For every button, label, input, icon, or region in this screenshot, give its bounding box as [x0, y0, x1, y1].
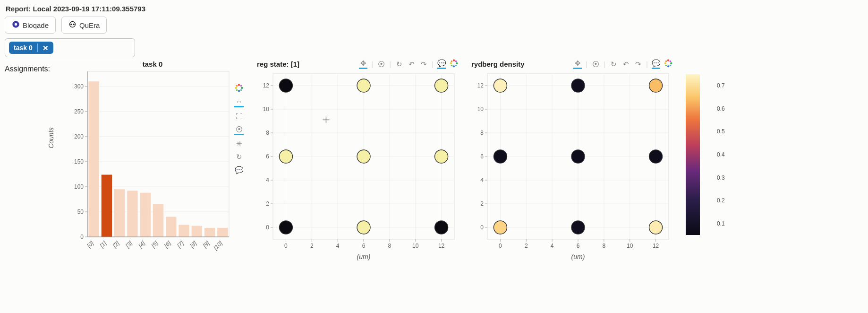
reset-icon[interactable]: ↻	[609, 60, 618, 69]
rydberg-plot-area[interactable]: 024681012024681012(um)	[469, 70, 672, 264]
svg-text:[5]: [5]	[150, 240, 160, 250]
svg-point-55	[240, 85, 242, 87]
svg-text:6: 6	[266, 153, 269, 160]
svg-text:300: 300	[74, 83, 84, 90]
svg-point-1	[15, 23, 17, 26]
svg-point-178	[571, 150, 585, 163]
svg-point-176	[649, 221, 663, 234]
svg-text:[9]: [9]	[201, 240, 211, 250]
wheel-zoom-icon[interactable]: ⦿	[377, 60, 385, 69]
svg-rect-28	[102, 174, 112, 237]
svg-point-112	[357, 221, 370, 234]
wheel-zoom-icon[interactable]: ⦿	[234, 124, 244, 135]
svg-point-179	[649, 150, 663, 163]
page-title: Report: Local 2023-09-19 17:11:09.355793	[6, 5, 863, 13]
svg-text:200: 200	[74, 133, 84, 140]
svg-point-52	[241, 87, 243, 89]
svg-point-122	[667, 60, 669, 61]
redo-icon[interactable]: ↷	[634, 60, 642, 69]
svg-text:50: 50	[77, 209, 84, 215]
task-selector[interactable]: task 0 ✕	[5, 38, 135, 57]
hover-icon[interactable]: 💬	[652, 59, 660, 69]
svg-point-114	[279, 150, 292, 163]
svg-text:12: 12	[477, 82, 484, 89]
task-tag-close-icon[interactable]: ✕	[38, 42, 53, 54]
colorbar-gradient	[686, 74, 700, 235]
hover-icon[interactable]: 💬	[234, 165, 244, 175]
svg-text:10: 10	[627, 243, 633, 249]
svg-text:0: 0	[480, 224, 484, 231]
svg-rect-32	[153, 204, 163, 237]
svg-point-175	[571, 221, 585, 234]
reset-icon[interactable]: ↻	[395, 60, 403, 69]
svg-point-111	[279, 221, 292, 234]
svg-point-56	[240, 89, 242, 91]
tap-icon[interactable]: ✳	[234, 139, 244, 148]
undo-icon[interactable]: ↶	[407, 60, 416, 69]
svg-text:10: 10	[263, 106, 270, 113]
svg-text:[6]: [6]	[162, 240, 172, 250]
svg-point-117	[279, 79, 292, 92]
histogram-title: task 0	[61, 60, 244, 68]
svg-text:4: 4	[336, 243, 340, 249]
histogram-ylabel: Counts	[47, 127, 55, 148]
svg-text:[4]: [4]	[137, 240, 147, 250]
svg-point-51	[238, 84, 240, 86]
undo-icon[interactable]: ↶	[621, 60, 630, 69]
svg-text:6: 6	[577, 243, 580, 249]
svg-point-124	[667, 65, 669, 67]
svg-rect-37	[217, 228, 228, 237]
svg-rect-27	[88, 81, 99, 237]
svg-point-66	[451, 61, 453, 62]
reset-icon[interactable]: ↻	[234, 152, 244, 162]
svg-point-113	[435, 221, 448, 234]
task-tag-label: task 0	[9, 42, 37, 54]
wheel-zoom-icon[interactable]: ⦿	[591, 60, 600, 69]
svg-point-57	[236, 89, 238, 91]
box-zoom-icon[interactable]: ⛶	[234, 111, 244, 121]
svg-point-62	[450, 62, 452, 64]
bloqade-button[interactable]: Bloqade	[5, 17, 56, 34]
reg-state-chart: reg state: [1] ✥| ⦿| ↻ ↶ ↷| 💬 0246810120…	[255, 60, 458, 264]
svg-point-63	[455, 61, 457, 62]
svg-text:4: 4	[551, 243, 554, 249]
svg-text:2: 2	[480, 200, 484, 207]
svg-point-129	[665, 61, 667, 62]
svg-text:0: 0	[499, 243, 502, 249]
quera-button[interactable]: QuEra	[61, 17, 107, 34]
svg-point-128	[665, 65, 667, 67]
svg-text:2: 2	[310, 243, 314, 249]
svg-text:(um): (um)	[571, 253, 585, 261]
pan-icon[interactable]: ✥	[573, 59, 582, 69]
svg-text:12: 12	[438, 243, 445, 249]
svg-text:150: 150	[74, 158, 84, 165]
assignments-label: Assignments:	[5, 65, 61, 73]
svg-point-180	[494, 79, 507, 92]
svg-text:4: 4	[266, 177, 269, 183]
svg-text:10: 10	[477, 106, 484, 113]
svg-text:8: 8	[388, 243, 391, 249]
svg-rect-36	[204, 228, 215, 237]
svg-point-118	[357, 79, 370, 92]
hover-icon[interactable]: 💬	[437, 59, 446, 69]
svg-text:2: 2	[525, 243, 528, 249]
svg-rect-35	[192, 226, 202, 237]
rydberg-density-chart: rydberg density ✥| ⦿| ↻ ↶ ↷| 💬 024681012…	[469, 60, 672, 264]
svg-text:[10]: [10]	[212, 240, 224, 252]
redo-icon[interactable]: ↷	[419, 60, 428, 69]
svg-text:8: 8	[603, 243, 606, 249]
reg-state-plot-area[interactable]: 024681012024681012(um)	[255, 70, 458, 264]
svg-point-58	[236, 85, 238, 87]
svg-text:8: 8	[266, 130, 269, 136]
svg-text:0: 0	[284, 243, 288, 249]
svg-text:[2]: [2]	[111, 240, 121, 250]
svg-point-127	[670, 65, 672, 67]
svg-text:[8]: [8]	[188, 240, 198, 250]
svg-point-54	[235, 87, 237, 89]
pan-icon[interactable]: ✥	[359, 59, 367, 69]
histogram-plot-area[interactable]: 050100150200250300[0][1][2][3][4][5][6][…	[61, 69, 231, 263]
svg-point-64	[455, 65, 457, 67]
pan-icon[interactable]: ↔	[234, 96, 244, 107]
svg-point-125	[664, 62, 666, 64]
bloqade-button-label: Bloqade	[23, 21, 49, 29]
